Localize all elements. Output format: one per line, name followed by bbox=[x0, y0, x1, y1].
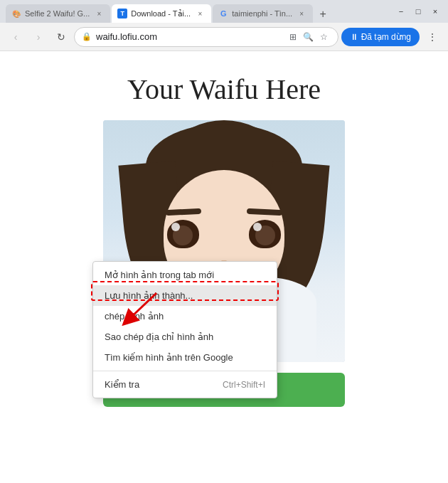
browser-menu-button[interactable]: ⋮ bbox=[422, 27, 442, 47]
tab-favicon-1: 🎨 bbox=[11, 9, 21, 18]
page-heading: Your Waifu Here bbox=[127, 73, 321, 106]
maximize-button[interactable]: □ bbox=[411, 4, 425, 18]
search-icon[interactable]: 🔍 bbox=[302, 31, 315, 43]
tab-title-3: taimienphi - Tìn... bbox=[232, 9, 292, 18]
nav-bar: ‹ › ↻ 🔒 waifu.lofiu.com ⊞ 🔍 ☆ ⏸ Đã tạm d… bbox=[0, 23, 448, 51]
context-menu-open-tab-label: Mở hình ảnh trong tab mới bbox=[105, 270, 214, 280]
back-button[interactable]: ‹ bbox=[6, 27, 26, 47]
tab-close-2[interactable]: × bbox=[194, 8, 206, 19]
context-menu-save-image-label: Lưu hình ảnh thành... bbox=[105, 290, 193, 301]
address-icons: ⊞ 🔍 ☆ bbox=[287, 31, 331, 43]
bookmark-icon[interactable]: ☆ bbox=[318, 31, 331, 43]
tab-close-3[interactable]: × bbox=[296, 8, 307, 19]
paused-label: Đã tạm dừng bbox=[361, 32, 411, 42]
translate-icon[interactable]: ⊞ bbox=[287, 31, 299, 43]
refresh-button[interactable]: ↻ bbox=[51, 27, 71, 47]
new-tab-button[interactable]: + bbox=[314, 6, 331, 23]
context-menu-copy-address-label: Sao chép địa chỉ hình ảnh bbox=[105, 331, 213, 342]
address-text: waifu.lofiu.com bbox=[96, 31, 282, 42]
eye-left bbox=[167, 220, 199, 248]
window-controls: − □ × bbox=[394, 4, 442, 18]
tab-favicon-2: T bbox=[117, 9, 127, 18]
tab-title-2: Download - Tải... bbox=[131, 9, 191, 18]
forward-button[interactable]: › bbox=[28, 27, 48, 47]
tab-selfie2waifu[interactable]: 🎨 Selfie 2 Waifu! G... × bbox=[6, 4, 110, 23]
context-menu-search-google[interactable]: Tìm kiếm hình ảnh trên Google bbox=[93, 347, 277, 368]
title-bar: 🎨 Selfie 2 Waifu! G... × T Download - Tả… bbox=[0, 0, 448, 23]
eye-right bbox=[249, 220, 281, 248]
address-bar[interactable]: 🔒 waifu.lofiu.com ⊞ 🔍 ☆ bbox=[74, 27, 338, 47]
context-menu-copy-image-label: chép hình ảnh bbox=[105, 311, 164, 322]
tab-taimienphi[interactable]: G taimienphi - Tìn... × bbox=[213, 4, 313, 23]
tabs-area: 🎨 Selfie 2 Waifu! G... × T Download - Tả… bbox=[6, 0, 331, 23]
context-menu-save-image[interactable]: Lưu hình ảnh thành... bbox=[93, 285, 277, 306]
browser-window: 🎨 Selfie 2 Waifu! G... × T Download - Tả… bbox=[0, 0, 448, 483]
context-menu-copy-address[interactable]: Sao chép địa chỉ hình ảnh bbox=[93, 327, 277, 347]
lock-icon: 🔒 bbox=[82, 32, 92, 41]
eye-shine-left bbox=[171, 223, 180, 231]
tab-close-1[interactable]: × bbox=[93, 8, 105, 19]
minimize-button[interactable]: − bbox=[394, 4, 408, 18]
paused-icon: ⏸ bbox=[350, 32, 358, 42]
tab-title-1: Selfie 2 Waifu! G... bbox=[25, 9, 90, 18]
tab-favicon-3: G bbox=[218, 9, 228, 18]
context-menu: Mở hình ảnh trong tab mới Lưu hình ảnh t… bbox=[92, 261, 277, 398]
close-button[interactable]: × bbox=[428, 4, 442, 18]
eye-shine-right bbox=[253, 223, 262, 231]
page-content: Your Waifu Here bbox=[0, 51, 448, 483]
context-menu-inspect-label: Kiểm tra bbox=[105, 379, 139, 390]
context-menu-inspect-shortcut: Ctrl+Shift+I bbox=[223, 380, 265, 390]
paused-button[interactable]: ⏸ Đã tạm dừng bbox=[341, 28, 420, 46]
context-menu-inspect[interactable]: Kiểm tra Ctrl+Shift+I bbox=[93, 374, 277, 395]
tab-download[interactable]: T Download - Tải... × bbox=[112, 4, 211, 23]
context-menu-search-google-label: Tìm kiếm hình ảnh trên Google bbox=[105, 352, 233, 363]
context-menu-divider bbox=[93, 371, 277, 371]
context-menu-copy-image[interactable]: chép hình ảnh bbox=[93, 306, 277, 327]
context-menu-open-tab[interactable]: Mở hình ảnh trong tab mới bbox=[93, 265, 277, 285]
